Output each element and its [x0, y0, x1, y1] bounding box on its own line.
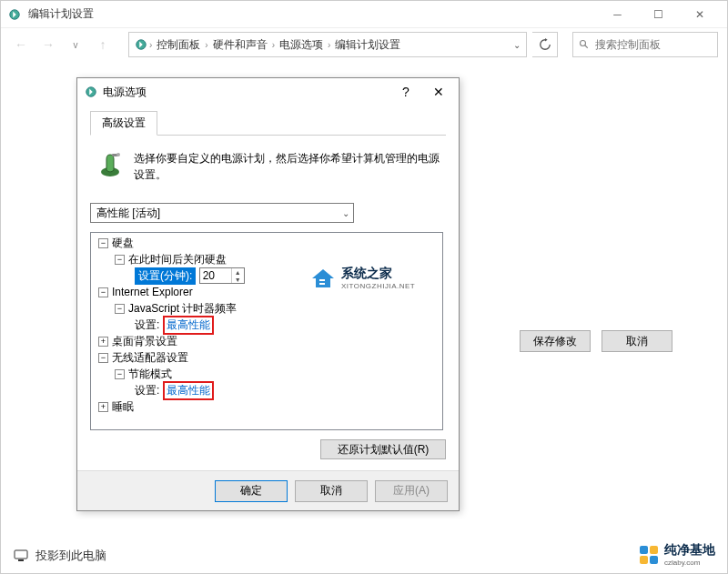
- collapse-icon[interactable]: −: [98, 353, 108, 363]
- svg-point-2: [581, 41, 586, 46]
- setting-value-link[interactable]: 最高性能: [167, 384, 210, 397]
- search-input[interactable]: [595, 38, 695, 51]
- address-dropdown-icon[interactable]: ⌄: [513, 40, 521, 50]
- back-button[interactable]: ←: [10, 34, 32, 55]
- expand-icon[interactable]: +: [98, 402, 108, 412]
- tree-node-ie[interactable]: Internet Explorer: [112, 286, 193, 298]
- tree-node-hdd[interactable]: 硬盘: [112, 236, 134, 251]
- collapse-icon[interactable]: −: [115, 304, 125, 314]
- expand-icon[interactable]: +: [98, 337, 108, 347]
- svg-point-9: [116, 153, 120, 156]
- breadcrumb[interactable]: 控制面板: [154, 37, 203, 53]
- spinner-down[interactable]: ▼: [232, 276, 244, 283]
- tab-advanced[interactable]: 高级设置: [90, 111, 157, 136]
- tree-node-desktop[interactable]: 桌面背景设置: [112, 334, 177, 349]
- chevron-down-icon: ⌄: [342, 208, 349, 218]
- svg-rect-5: [18, 559, 24, 561]
- restore-defaults-button[interactable]: 还原计划默认值(R): [320, 439, 446, 459]
- window-title: 编辑计划设置: [28, 6, 94, 22]
- highlight-box: 最高性能: [163, 381, 214, 400]
- highlight-box: 最高性能: [163, 316, 214, 335]
- search-box[interactable]: [572, 32, 718, 57]
- setting-label: 设置:: [135, 317, 159, 333]
- settings-tree[interactable]: −硬盘 −在此时间后关闭硬盘 设置(分钟): ▲▼ −Internet Expl…: [90, 232, 443, 430]
- cancel-button[interactable]: 取消: [295, 480, 368, 502]
- collapse-icon[interactable]: −: [115, 255, 125, 265]
- minimize-button[interactable]: ─: [597, 1, 638, 27]
- address-icon: [135, 38, 147, 51]
- spinner-up[interactable]: ▲: [232, 268, 244, 276]
- breadcrumb[interactable]: 编辑计划设置: [332, 37, 403, 53]
- dialog-title: 电源选项: [103, 85, 147, 100]
- collapse-icon[interactable]: −: [115, 369, 125, 379]
- setting-label: 设置:: [135, 383, 159, 398]
- svg-rect-4: [15, 550, 27, 559]
- power-plan-icon: [96, 150, 125, 179]
- close-button[interactable]: ✕: [679, 1, 720, 27]
- plan-select[interactable]: 高性能 [活动] ⌄: [90, 203, 354, 223]
- tree-node-power-save[interactable]: 节能模式: [128, 367, 172, 382]
- dialog-icon: [85, 86, 97, 98]
- minutes-spinner[interactable]: ▲▼: [199, 267, 245, 284]
- address-bar[interactable]: › 控制面板 › 硬件和声音 › 电源选项 › 编辑计划设置 ⌄: [128, 32, 527, 57]
- tree-node-wireless[interactable]: 无线适配器设置: [112, 350, 188, 366]
- forward-button[interactable]: →: [37, 34, 59, 55]
- cancel-button[interactable]: 取消: [602, 330, 672, 352]
- breadcrumb[interactable]: 电源选项: [277, 37, 326, 53]
- refresh-button[interactable]: [532, 32, 558, 57]
- setting-value-link[interactable]: 最高性能: [167, 318, 210, 331]
- breadcrumb[interactable]: 硬件和声音: [210, 37, 270, 53]
- up-button[interactable]: ↑: [92, 34, 114, 55]
- project-to-pc-link[interactable]: 投影到此电脑: [14, 548, 106, 564]
- collapse-icon[interactable]: −: [98, 238, 108, 248]
- tree-node-sleep[interactable]: 睡眠: [112, 399, 134, 415]
- setting-minutes-label: 设置(分钟):: [135, 267, 196, 285]
- recent-dropdown[interactable]: v: [65, 34, 86, 55]
- tree-node-hdd-turnoff[interactable]: 在此时间后关闭硬盘: [128, 252, 227, 267]
- power-options-dialog: 电源选项 ? ✕ 高级设置 选择你要自定义的电源计划，然后选择你希望计算机管理的…: [76, 77, 460, 511]
- tree-node-js-timer[interactable]: JavaScript 计时器频率: [128, 301, 237, 317]
- help-button[interactable]: ?: [393, 85, 419, 99]
- dialog-close-button[interactable]: ✕: [426, 85, 451, 99]
- ok-button[interactable]: 确定: [215, 480, 288, 502]
- collapse-icon[interactable]: −: [98, 287, 108, 297]
- apply-button[interactable]: 应用(A): [375, 480, 448, 502]
- svg-line-3: [585, 45, 588, 48]
- window-app-icon: [8, 8, 21, 21]
- dialog-description: 选择你要自定义的电源计划，然后选择你希望计算机管理的电源设置。: [134, 150, 440, 183]
- search-icon: [579, 39, 590, 50]
- maximize-button[interactable]: ☐: [638, 1, 679, 27]
- save-changes-button[interactable]: 保存修改: [520, 330, 591, 352]
